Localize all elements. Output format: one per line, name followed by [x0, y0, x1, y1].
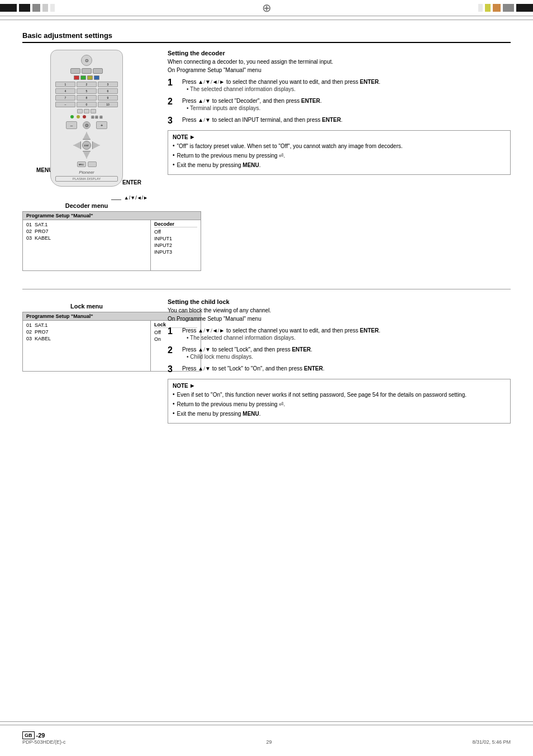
decoder-menu-row: Decoder menu Programme Setup "Manual" 01… [22, 198, 511, 280]
bottom-buttons: MNU [55, 161, 118, 167]
lock-note-box: NOTE • Even if set to "On", this functio… [168, 379, 511, 424]
decoder-step-2: 2 Press ▲/▼ to select "Decoder", and the… [168, 97, 511, 111]
section-title: Basic adjustment settings [22, 31, 511, 43]
num-4[interactable]: 4 [55, 88, 75, 94]
lock-step-1-bullet: The selected channel information display… [182, 335, 380, 341]
numpad: 1 2 3 4 5 6 7 8 9 – 0 10 [55, 82, 118, 107]
lock-menu-context: On Programme Setup "Manual" menu [168, 316, 511, 322]
plus-btn[interactable]: + [96, 121, 107, 129]
decoder-note-header: NOTE [173, 134, 506, 140]
lock-step-number-3: 3 [168, 364, 179, 374]
note-text-2: Return to the previous menu by pressing … [177, 152, 285, 160]
sub-btn-2[interactable] [84, 109, 89, 113]
page-content: Basic adjustment settings MENU ENTER ▲/▼… [0, 20, 533, 446]
num-1[interactable]: 1 [55, 82, 75, 87]
footer-doc-date: 8/31/02, 5:46 PM [472, 739, 511, 745]
lock-step-number-2: 2 [168, 345, 179, 355]
menu-button[interactable]: MNU [77, 161, 86, 167]
dpad-up[interactable] [83, 132, 91, 140]
yellow-button[interactable] [87, 75, 93, 80]
step-3-content: Press ▲/▼ to select an INPUT terminal, a… [182, 116, 342, 124]
step-number-3: 3 [168, 116, 179, 126]
lock-note-text-2: Return to the previous menu by pressing … [177, 401, 285, 408]
extra-icons: ⊞ ⊞ ⊞ [91, 115, 103, 120]
lock-instructions: Setting the child lock You can block the… [168, 298, 511, 424]
num-9[interactable]: 9 [98, 95, 118, 101]
footer-doc-ref: PDP-503HDE/(E)-c [22, 739, 66, 745]
remote-btn-3[interactable] [93, 68, 103, 74]
remote-sub-buttons [55, 109, 118, 113]
dpad-down[interactable] [83, 151, 91, 159]
num-6[interactable]: 6 [98, 88, 118, 94]
lock-step-2-bullet: Child lock menu displays. [182, 354, 312, 360]
step-3-text: Press ▲/▼ to select an INPUT terminal, a… [182, 116, 342, 124]
sub-btn-3[interactable] [91, 109, 96, 113]
decoder-col-left: 01 SAT.1 02 PRO7 03 KABEL [23, 220, 150, 270]
step-1-content: Press ▲/▼/◄/► to select the channel you … [182, 78, 380, 92]
red-button[interactable] [74, 75, 79, 80]
remote-btn-2[interactable] [82, 68, 92, 74]
sub-btn-1[interactable] [77, 109, 83, 113]
yellow-dot [77, 115, 80, 118]
num-sub[interactable]: – [55, 102, 75, 107]
green-dot [70, 115, 74, 118]
decoder-menu-label: Decoder menu [22, 202, 151, 209]
decoder-row-1: 01 SAT.1 [26, 221, 147, 228]
lock-note-header: NOTE [173, 383, 506, 389]
note-bullet-2: • [173, 152, 175, 158]
lock-note-bullet-3: • [173, 410, 175, 416]
note-text-1: "Off" is factory preset value. When set … [177, 142, 403, 150]
footer-doc-page: 29 [266, 739, 272, 745]
remote-btn-1[interactable] [70, 68, 80, 74]
decoder-step-1: 1 Press ▲/▼/◄/► to select the channel yo… [168, 78, 511, 92]
decoder-note-1: • "Off" is factory preset value. When se… [173, 142, 506, 150]
enter-button[interactable]: ENT [82, 141, 91, 150]
plus-minus-row: – ⊙ + [55, 121, 118, 129]
lock-step-2-content: Press ▲/▼ to select "Lock", and then pre… [182, 345, 312, 360]
dpad: ENT [73, 132, 100, 159]
section-divider [22, 289, 511, 289]
lock-col-left: 01 SAT.1 02 PRO7 03 KABEL [23, 321, 150, 371]
decoder-heading: Setting the decoder [168, 50, 511, 56]
lock-note-1: • Even if set to "On", this function nev… [173, 391, 506, 399]
lock-section: Lock menu Programme Setup "Manual" 01 SA… [22, 298, 511, 424]
page-number-area: GB -29 [22, 731, 45, 739]
lock-step-3-content: Press ▲/▼ to set "Lock" to "On", and the… [182, 364, 325, 373]
green-button[interactable] [80, 75, 86, 80]
enter-callout-label: ENTER [122, 179, 141, 186]
note-bullet: • [173, 142, 175, 149]
num-5[interactable]: 5 [77, 88, 97, 94]
center-btn[interactable]: ⊙ [83, 121, 91, 129]
num-10[interactable]: 10 [98, 102, 118, 107]
step-1-bullet: The selected channel information display… [182, 86, 380, 92]
decoder-row-2: 02 PRO7 [26, 228, 147, 235]
num-3[interactable]: 3 [98, 82, 118, 87]
bar-segment [0, 4, 17, 12]
blue-button[interactable] [94, 75, 99, 80]
note-text-3: Exit the menu by pressing MENU. [177, 161, 261, 169]
num-8[interactable]: 8 [77, 95, 97, 101]
decoder-note-box: NOTE • "Off" is factory preset value. Wh… [168, 130, 511, 175]
lock-row-3: 03 KABEL [26, 335, 147, 342]
num-7[interactable]: 7 [55, 95, 75, 101]
arrows-callout-label: ▲/▼/◄/► [124, 195, 148, 201]
decoder-note-2: • Return to the previous menu by pressin… [173, 152, 506, 160]
lock-description: You can block the viewing of any channel… [168, 307, 511, 313]
bar-segment [32, 4, 40, 12]
bottom-lines [0, 721, 533, 725]
minus-btn[interactable]: – [66, 121, 77, 129]
lock-note-3: • Exit the menu by pressing MENU. [173, 410, 506, 418]
dpad-right[interactable] [92, 141, 100, 149]
step-number-2: 2 [168, 97, 179, 107]
num-2[interactable]: 2 [77, 82, 97, 87]
num-0[interactable]: 0 [77, 102, 97, 107]
dpad-area: ENT [55, 132, 118, 159]
dpad-left[interactable] [73, 141, 81, 149]
decoder-description: When connecting a decoder to, you need a… [168, 59, 511, 65]
remote-container: MENU ENTER ▲/▼/◄/► ⊙ [31, 50, 142, 187]
lock-note-2: • Return to the previous menu by pressin… [173, 401, 506, 408]
decoder-section: MENU ENTER ▲/▼/◄/► ⊙ [22, 50, 511, 187]
remote-power-button[interactable]: ⊙ [81, 55, 92, 66]
bottom-btn-2[interactable] [88, 161, 97, 167]
bar-segment [19, 4, 30, 12]
